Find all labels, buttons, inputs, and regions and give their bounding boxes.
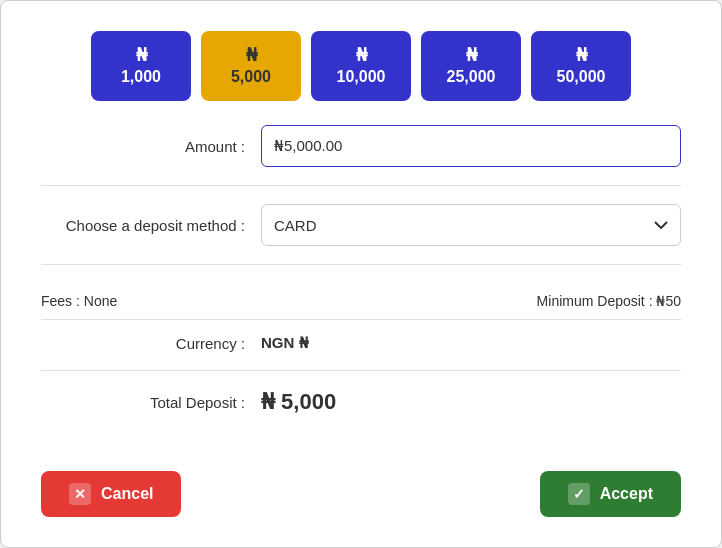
cancel-icon: ✕ (69, 483, 91, 505)
currency-label: Currency : (41, 335, 261, 352)
currency-value: NGN ₦ (261, 334, 309, 352)
total-deposit-value: ₦ 5,000 (261, 389, 336, 415)
total-row: Total Deposit : ₦ 5,000 (41, 389, 681, 415)
amount-label: Amount : (41, 138, 261, 155)
total-deposit-label: Total Deposit : (41, 394, 261, 411)
amount-btn-10000[interactable]: ₦10,000 (311, 31, 411, 101)
amount-btn-25000[interactable]: ₦25,000 (421, 31, 521, 101)
cancel-button[interactable]: ✕ Cancel (41, 471, 181, 517)
amount-row: Amount : (41, 125, 681, 186)
accept-button[interactable]: ✓ Accept (540, 471, 681, 517)
fees-row: Fees : None Minimum Deposit : ₦50 (41, 283, 681, 320)
amount-btn-5000[interactable]: ₦5,000 (201, 31, 301, 101)
currency-row: Currency : NGN ₦ (41, 334, 681, 371)
accept-label: Accept (600, 485, 653, 503)
fees-text: Fees : None (41, 293, 117, 309)
amount-input[interactable] (261, 125, 681, 167)
footer-buttons: ✕ Cancel ✓ Accept (41, 461, 681, 517)
min-deposit-text: Minimum Deposit : ₦50 (537, 293, 681, 309)
amount-buttons-row: ₦1,000₦5,000₦10,000₦25,000₦50,000 (41, 31, 681, 101)
amount-btn-1000[interactable]: ₦1,000 (91, 31, 191, 101)
amount-btn-50000[interactable]: ₦50,000 (531, 31, 631, 101)
deposit-method-label: Choose a deposit method : (41, 217, 261, 234)
deposit-dialog: ₦1,000₦5,000₦10,000₦25,000₦50,000 Amount… (0, 0, 722, 548)
cancel-label: Cancel (101, 485, 153, 503)
accept-icon: ✓ (568, 483, 590, 505)
deposit-method-select[interactable]: CARDBANK TRANSFERUSSD (261, 204, 681, 246)
deposit-method-row: Choose a deposit method : CARDBANK TRANS… (41, 204, 681, 265)
